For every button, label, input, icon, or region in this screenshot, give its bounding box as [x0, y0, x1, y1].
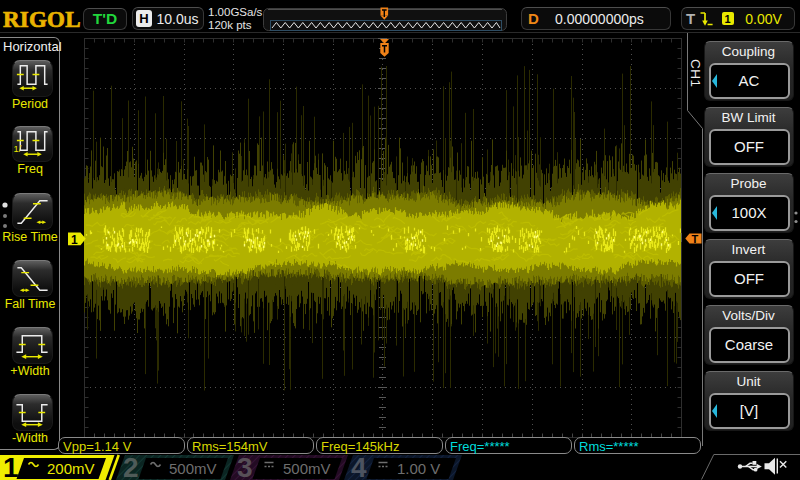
svg-text:1: 1 — [3, 452, 19, 480]
svg-text:2: 2 — [123, 452, 139, 480]
svg-text:1/: 1/ — [13, 144, 21, 154]
svg-text:200mV: 200mV — [47, 460, 95, 477]
svg-text:500mV: 500mV — [283, 460, 331, 477]
svg-text:500mV: 500mV — [169, 460, 217, 477]
svg-text:3: 3 — [237, 452, 253, 480]
svg-text:4: 4 — [351, 452, 367, 480]
svg-text:1: 1 — [71, 233, 78, 247]
svg-text:1.00 V: 1.00 V — [397, 460, 440, 477]
svg-text:T: T — [692, 233, 699, 245]
